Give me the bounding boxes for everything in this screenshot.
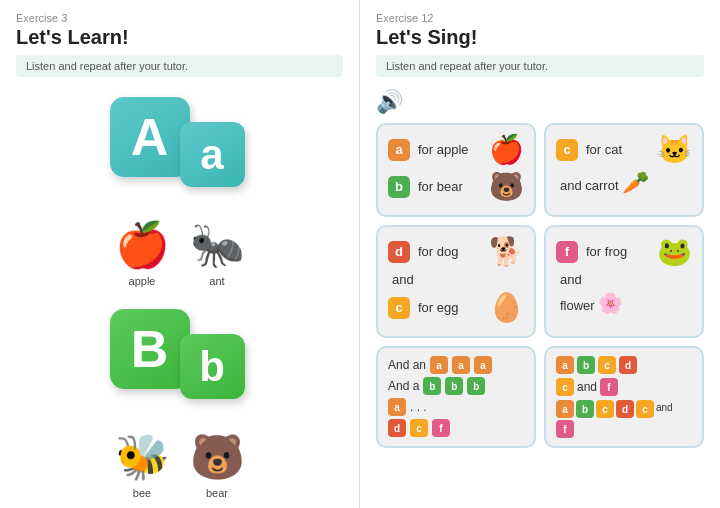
mini-badge-f2: f — [600, 378, 618, 396]
card-bear-line: b for bear 🐻 — [388, 170, 524, 203]
bee-label: bee — [133, 487, 151, 499]
mini-badge-b3: b — [467, 377, 485, 395]
mini-badge-a1: a — [430, 356, 448, 374]
letter-a-big: A — [110, 97, 190, 177]
right-panel: Exercise 12 Let's Sing! Listen and repea… — [360, 0, 720, 508]
dog-text: for dog — [418, 244, 458, 259]
left-panel: Exercise 3 Let's Learn! Listen and repea… — [0, 0, 360, 508]
bottom-left-line2: And a b b b — [388, 377, 524, 395]
cards-grid: a for apple 🍎 b for bear 🐻 c for cat 🐱 a… — [376, 123, 704, 338]
mini-badge-a3: a — [474, 356, 492, 374]
mini-badge-c3: c — [556, 378, 574, 396]
instruction-left: Listen and repeat after your tutor. — [16, 55, 343, 77]
exercise-title-left: Let's Learn! — [16, 26, 343, 49]
exercise-title-right: Let's Sing! — [376, 26, 704, 49]
image-row-apple-ant: 🍎 apple 🐜 ant — [115, 219, 245, 287]
bottom-card-right: a b c d c and f a b c d c and f — [544, 346, 704, 448]
badge-c-cat: c — [556, 139, 578, 161]
image-row-bee-bear: 🐝 bee 🐻 bear — [115, 431, 245, 499]
mini-badge-b2: b — [445, 377, 463, 395]
apple-icon: 🍎 — [115, 219, 170, 271]
bottom-left-line4: d c f — [388, 419, 524, 437]
and-text-right2: and — [656, 400, 673, 418]
flower-line: flower 🌸 — [560, 291, 692, 315]
dog-emoji: 🐕 — [489, 235, 524, 268]
carrot-line: and carrot 🥕 — [560, 170, 692, 196]
image-ant: 🐜 ant — [190, 219, 245, 287]
frog-emoji: 🐸 — [657, 235, 692, 268]
letter-b-small: b — [180, 334, 245, 399]
flower-emoji: 🌸 — [598, 292, 623, 314]
mini-badge-c2: c — [598, 356, 616, 374]
mini-badge-f3: f — [556, 420, 574, 438]
mini-badge-a5: a — [556, 356, 574, 374]
apple-emoji: 🍎 — [489, 133, 524, 166]
badge-b-bear: b — [388, 176, 410, 198]
badge-c-egg: c — [388, 297, 410, 319]
carrot-emoji: 🥕 — [622, 170, 649, 195]
egg-text: for egg — [418, 300, 458, 315]
frog-text: for frog — [586, 244, 627, 259]
card-dog-line: d for dog 🐕 — [388, 235, 524, 268]
card-frog-flower: f for frog 🐸 and flower 🌸 — [544, 225, 704, 338]
exercise-label-left: Exercise 3 — [16, 12, 343, 24]
mini-badge-c5: c — [636, 400, 654, 418]
card-dog-egg: d for dog 🐕 and c for egg 🥚 — [376, 225, 536, 338]
instruction-right: Listen and repeat after your tutor. — [376, 55, 704, 77]
bee-icon: 🐝 — [115, 431, 170, 483]
bear-label: bear — [206, 487, 228, 499]
letter-a-small: a — [180, 122, 245, 187]
cat-emoji: 🐱 — [657, 133, 692, 166]
exercise-label-right: Exercise 12 — [376, 12, 704, 24]
mini-badge-d2: d — [619, 356, 637, 374]
mini-badge-a2: a — [452, 356, 470, 374]
badge-d-dog: d — [388, 241, 410, 263]
letter-b-block: B b — [100, 309, 260, 409]
badge-a-apple: a — [388, 139, 410, 161]
letter-a-block: A a — [100, 97, 260, 197]
mini-badge-a4: a — [388, 398, 406, 416]
bottom-left-line3: a . . . — [388, 398, 524, 416]
apple-label: apple — [129, 275, 156, 287]
ant-icon: 🐜 — [190, 219, 245, 271]
bottom-left-line1: And an a a a — [388, 356, 524, 374]
mini-badge-b4: b — [577, 356, 595, 374]
egg-emoji: 🥚 — [489, 291, 524, 324]
bear-emoji: 🐻 — [489, 170, 524, 203]
and-text-right: and — [577, 378, 597, 396]
mini-badge-b1: b — [423, 377, 441, 395]
mini-badge-f1: f — [432, 419, 450, 437]
mini-badge-c4: c — [596, 400, 614, 418]
and-text-dog: and — [392, 272, 524, 287]
card-apple-line: a for apple 🍎 — [388, 133, 524, 166]
and-text-frog: and — [560, 272, 692, 287]
ant-label: ant — [209, 275, 224, 287]
mini-badge-c1: c — [410, 419, 428, 437]
sound-button[interactable]: 🔊 — [376, 89, 403, 115]
image-apple: 🍎 apple — [115, 219, 170, 287]
card-egg-line: c for egg 🥚 — [388, 291, 524, 324]
image-bear: 🐻 bear — [190, 431, 245, 499]
apple-text: for apple — [418, 142, 469, 157]
mini-badge-a6: a — [556, 400, 574, 418]
bear-icon: 🐻 — [190, 431, 245, 483]
image-bee: 🐝 bee — [115, 431, 170, 499]
letter-b-big: B — [110, 309, 190, 389]
bottom-card-left: And an a a a And a b b b a . . . d c f — [376, 346, 536, 448]
mini-badge-d3: d — [616, 400, 634, 418]
bear-text: for bear — [418, 179, 463, 194]
card-apple-bear: a for apple 🍎 b for bear 🐻 — [376, 123, 536, 217]
card-frog-line: f for frog 🐸 — [556, 235, 692, 268]
left-content: A a 🍎 apple 🐜 ant B b 🐝 bee — [16, 89, 343, 503]
card-cat-carrot: c for cat 🐱 and carrot 🥕 — [544, 123, 704, 217]
mini-badge-d1: d — [388, 419, 406, 437]
mini-badge-b5: b — [576, 400, 594, 418]
badge-f-frog: f — [556, 241, 578, 263]
card-cat-line: c for cat 🐱 — [556, 133, 692, 166]
cat-text: for cat — [586, 142, 622, 157]
